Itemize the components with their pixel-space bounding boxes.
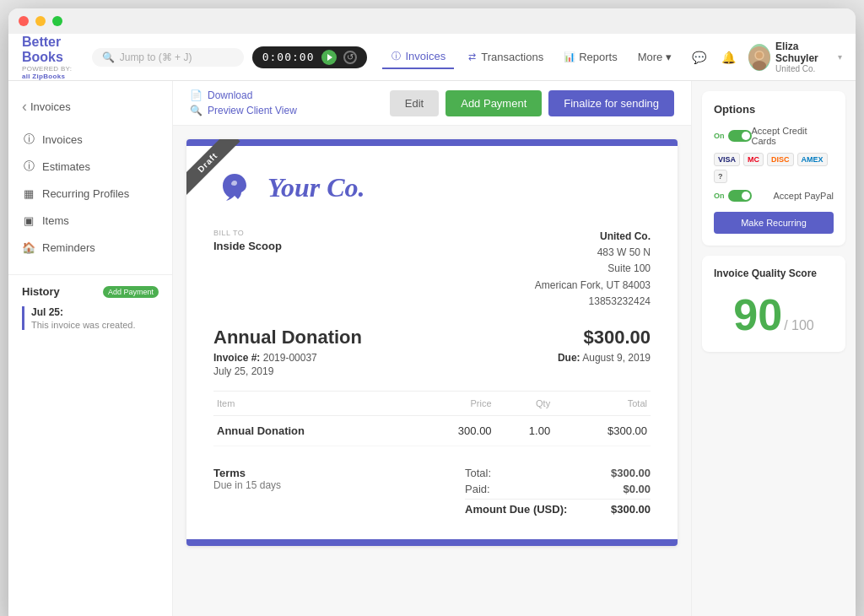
close-button[interactable]	[19, 16, 29, 26]
history-item: Jul 25: This invoice was created.	[22, 306, 159, 330]
sidebar-history-section: History Add Payment Jul 25: This invoice…	[8, 274, 172, 340]
accept-cc-option: On Accept Credit Cards	[714, 126, 834, 146]
sidebar-recurring-label: Recurring Profiles	[42, 187, 129, 200]
notifications-button[interactable]: 🔔	[719, 46, 738, 69]
invoice-scroll: Draft Your Co.	[173, 126, 691, 616]
main-content: Invoices ⓘ Invoices ⓘ Estimates ▦ Recurr…	[8, 81, 856, 616]
cc-toggle-track[interactable]	[728, 130, 752, 142]
paypal-toggle-track[interactable]	[728, 190, 752, 202]
sidebar-item-items[interactable]: ▣ Items	[8, 207, 172, 234]
accept-paypal-label: Accept PayPal	[773, 191, 834, 201]
sender-name: United Co.	[535, 229, 651, 245]
sidebar-item-recurring-profiles[interactable]: ▦ Recurring Profiles	[8, 180, 172, 207]
paypal-toggle[interactable]: On	[714, 190, 752, 202]
chat-button[interactable]: 💬	[688, 46, 708, 69]
finalize-button[interactable]: Finalize for sending	[548, 90, 674, 116]
discover-icon: DISC	[767, 153, 794, 166]
cc-on-label: On	[714, 132, 725, 140]
sender-address: United Co. 483 W 50 N Suite 100 American…	[535, 229, 651, 310]
invoice-top-bar	[186, 139, 678, 146]
chevron-down-icon: ▾	[666, 51, 672, 63]
history-text: This invoice was created.	[31, 320, 159, 330]
visa-icon: VISA	[714, 153, 740, 166]
logo-subtitle: POWERED BY: all ZipBooks	[22, 65, 77, 80]
item-qty: 1.00	[495, 415, 554, 446]
invoice-date: July 25, 2019	[213, 365, 317, 377]
make-recurring-button[interactable]: Make Recurring	[714, 212, 834, 234]
title-bar	[8, 8, 856, 34]
due-date: Due: August 9, 2019	[558, 352, 651, 364]
terms-label: Terms	[213, 467, 281, 479]
nav-reports-label: Reports	[579, 51, 618, 63]
paid-line: Paid: $0.00	[465, 483, 651, 495]
invoice-body: Your Co. BILL TO Inside Scoop United Co.…	[186, 146, 678, 539]
quality-denom: / 100	[784, 318, 814, 333]
due-date-value: August 9, 2019	[582, 352, 651, 364]
reports-nav-icon: 📊	[564, 51, 575, 63]
cc-toggle[interactable]: On	[714, 130, 752, 142]
amount-due-value: $300.00	[611, 503, 651, 516]
paypal-on-label: On	[714, 192, 725, 200]
edit-button[interactable]: Edit	[390, 90, 439, 116]
user-dropdown-icon: ▾	[838, 52, 842, 62]
invoice-number: Invoice #: 2019-00037	[213, 352, 317, 364]
total-line: Total: $300.00	[465, 467, 651, 479]
sidebar-nav: ⓘ Invoices ⓘ Estimates ▦ Recurring Profi…	[8, 126, 172, 261]
timer-widget: 0:00:00 ↺	[252, 46, 367, 68]
accept-paypal-option: On Accept PayPal	[714, 190, 834, 202]
nav-invoices[interactable]: ⓘ Invoices	[382, 45, 455, 69]
content-area: 📄 Download 🔍 Preview Client View Edit Ad…	[173, 81, 691, 616]
nav-more[interactable]: More ▾	[629, 46, 681, 68]
sidebar-reminders-label: Reminders	[42, 241, 95, 254]
amex-icon: AMEX	[797, 153, 828, 166]
minimize-button[interactable]	[35, 16, 46, 26]
timer-play-button[interactable]	[321, 50, 337, 65]
nav-right: 💬 🔔 Eliza Schuyler United Co. ▾	[688, 41, 842, 73]
user-avatar[interactable]: Eliza Schuyler United Co. ▾	[748, 41, 842, 73]
sidebar-item-estimates[interactable]: ⓘ Estimates	[8, 153, 172, 180]
timer-display: 0:00:00	[262, 51, 315, 63]
items-icon: ▣	[22, 213, 35, 227]
user-company: United Co.	[775, 64, 831, 73]
sidebar-item-reminders[interactable]: 🏠 Reminders	[8, 234, 172, 261]
nav-transactions-label: Transactions	[481, 51, 543, 63]
add-payment-button[interactable]: Add Payment	[446, 90, 542, 116]
sidebar-back-button[interactable]: Invoices	[8, 95, 172, 126]
download-icon: 📄	[190, 89, 202, 101]
user-name: Eliza Schuyler	[775, 41, 831, 64]
invoice-meta-right: Due: August 9, 2019	[558, 352, 651, 377]
preview-link[interactable]: 🔍 Preview Client View	[190, 105, 297, 116]
preview-icon: 🔍	[190, 105, 202, 116]
navbar: Better Books POWERED BY: all ZipBooks 🔍 …	[8, 34, 856, 81]
download-link[interactable]: 📄 Download	[190, 89, 297, 101]
other-cc-icon: ?	[714, 170, 727, 183]
items-table-header: Item Price Qty Total	[213, 391, 651, 415]
invoice-number-label: Invoice #:	[213, 352, 260, 364]
nav-reports[interactable]: 📊 Reports	[555, 46, 626, 68]
quality-score: 90 / 100	[714, 293, 834, 337]
transactions-nav-icon: ⇄	[466, 51, 478, 63]
svg-point-3	[756, 51, 763, 58]
bill-to-label: BILL TO	[213, 229, 282, 237]
sender-phone: 13853232424	[535, 294, 651, 310]
options-card: Options On Accept Credit Cards VISA MC D…	[702, 91, 845, 246]
quality-number: 90	[733, 293, 782, 337]
amount-due-label: Amount Due (USD):	[465, 503, 567, 516]
maximize-button[interactable]	[52, 16, 62, 26]
sender-address-line3: American Fork, UT 84003	[535, 278, 651, 294]
quality-card: Invoice Quality Score 90 / 100	[702, 256, 845, 352]
logo-title: Better Books	[22, 35, 77, 65]
nav-more-label: More	[638, 51, 663, 63]
total-value: $300.00	[611, 467, 651, 479]
add-payment-badge[interactable]: Add Payment	[103, 286, 159, 298]
items-table: Item Price Qty Total Annual Donation 300…	[213, 391, 651, 446]
nav-transactions[interactable]: ⇄ Transactions	[457, 46, 552, 68]
invoice-paper: Draft Your Co.	[186, 139, 678, 546]
timer-reset-button[interactable]: ↺	[343, 51, 357, 64]
invoice-title-text: Annual Donation	[213, 327, 362, 349]
search-bar[interactable]: 🔍 Jump to (⌘ + J)	[92, 48, 244, 67]
sidebar-item-invoices[interactable]: ⓘ Invoices	[8, 126, 172, 153]
content-toolbar: 📄 Download 🔍 Preview Client View Edit Ad…	[173, 81, 691, 126]
cc-icons: VISA MC DISC AMEX ?	[714, 153, 834, 183]
nav-invoices-label: Invoices	[406, 50, 446, 62]
